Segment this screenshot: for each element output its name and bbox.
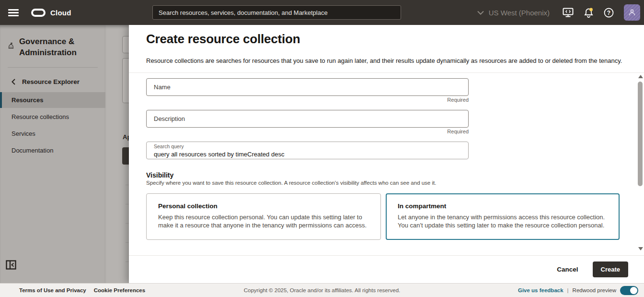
background-clipped-label: Ap <box>123 133 129 141</box>
background-dark-button <box>122 147 129 165</box>
background-row-divider <box>126 166 129 166</box>
region-selector[interactable]: US West (Phoenix) <box>477 9 550 17</box>
visibility-options: Personal collection Keep this resource c… <box>146 193 620 240</box>
topbar: Cloud US West (Phoenix) <box>0 0 644 25</box>
name-input[interactable] <box>146 78 469 96</box>
scroll-down-icon[interactable] <box>638 247 643 250</box>
search-query-field[interactable]: Search query <box>146 142 469 159</box>
name-required-note: Required <box>447 97 469 103</box>
background-row-divider <box>126 261 129 262</box>
redwood-preview-label: Redwood preview <box>573 287 616 293</box>
panel-header: Create resource collection Resource coll… <box>129 25 644 73</box>
visibility-heading: Visibility <box>146 171 173 179</box>
governance-icon <box>8 40 14 51</box>
oracle-cloud-logo[interactable]: Cloud <box>31 9 71 17</box>
create-button[interactable]: Create <box>593 261 628 277</box>
collapse-sidebar-icon[interactable] <box>6 260 16 272</box>
person-icon <box>628 9 636 16</box>
topbar-right-cluster: US West (Phoenix) ? <box>477 0 640 25</box>
footer-separator: | <box>567 287 569 293</box>
sidebar-section-header: Governance & Administration <box>0 25 105 59</box>
terms-link[interactable]: Terms of Use and Privacy <box>19 287 86 293</box>
visibility-option-title: Personal collection <box>158 202 369 210</box>
sidebar-section-title: Governance & Administration <box>19 36 99 59</box>
redwood-preview-toggle[interactable] <box>620 286 638 295</box>
scroll-up-icon[interactable] <box>638 75 643 78</box>
notification-badge <box>589 8 593 11</box>
visibility-subtext: Specify where you want to save this reso… <box>146 180 436 186</box>
form-scrollbar[interactable] <box>637 74 644 254</box>
visibility-option-in-compartment[interactable]: In compartment Let anyone in the tenancy… <box>386 193 620 240</box>
notifications-bell-icon[interactable] <box>584 8 594 18</box>
description-required-note: Required <box>447 129 469 134</box>
description-input[interactable] <box>146 110 469 128</box>
chevron-down-icon <box>477 11 484 15</box>
background-row-divider <box>126 204 129 204</box>
sidebar-item-services[interactable]: Services <box>0 126 105 142</box>
panel-title: Create resource collection <box>146 32 627 47</box>
background-row-divider <box>126 242 129 243</box>
brand-text: Cloud <box>50 9 71 17</box>
create-resource-collection-panel: Create resource collection Resource coll… <box>129 25 644 283</box>
sidebar-item-documentation[interactable]: Documentation <box>0 143 105 158</box>
sidebar-nav: Resources Resource collections Services … <box>0 92 105 158</box>
visibility-option-title: In compartment <box>398 202 608 210</box>
search-query-label: Search query <box>154 144 461 150</box>
give-feedback-link[interactable]: Give us feedback <box>518 287 564 293</box>
help-icon[interactable]: ? <box>604 8 614 18</box>
scrollbar-thumb[interactable] <box>638 82 643 186</box>
sidebar-back-resource-explorer[interactable]: Resource Explorer <box>0 68 105 91</box>
background-panel-box <box>122 58 129 103</box>
global-search-input[interactable] <box>152 5 401 20</box>
visibility-option-description: Let anyone in the tenancy with permissio… <box>398 213 608 229</box>
sidebar-parent-label: Resource Explorer <box>22 78 80 85</box>
toggle-knob <box>630 287 637 294</box>
background-search-box <box>122 36 129 53</box>
back-chevron-icon <box>12 79 15 85</box>
sidebar-item-resources[interactable]: Resources <box>0 92 105 108</box>
user-avatar[interactable] <box>624 4 640 21</box>
left-sidebar: Governance & Administration Resource Exp… <box>0 25 105 283</box>
footer-right-cluster: Give us feedback | Redwood preview <box>518 286 644 295</box>
panel-subtitle: Resource collections are searches for re… <box>146 57 627 64</box>
dimmed-background-page: Ap <box>105 25 129 283</box>
cloud-shell-icon[interactable] <box>563 8 574 17</box>
cancel-button[interactable]: Cancel <box>557 266 578 273</box>
region-label: US West (Phoenix) <box>489 9 550 17</box>
background-row-divider <box>126 223 129 224</box>
background-row-divider <box>126 185 129 185</box>
visibility-option-personal-collection[interactable]: Personal collection Keep this resource c… <box>146 193 381 240</box>
oracle-logo-icon <box>31 9 46 17</box>
svg-text:?: ? <box>607 10 610 16</box>
visibility-option-description: Keep this resource collection personal. … <box>158 213 369 229</box>
page-footer: Copyright © 2025, Oracle and/or its affi… <box>0 283 644 297</box>
search-query-input[interactable] <box>154 151 461 158</box>
panel-action-bar: Cancel Create <box>129 255 644 283</box>
cookie-preferences-link[interactable]: Cookie Preferences <box>94 287 145 293</box>
panel-form-body: Required Required Search query Visibilit… <box>129 73 644 255</box>
sidebar-item-resource-collections[interactable]: Resource collections <box>0 109 105 125</box>
hamburger-menu-icon[interactable] <box>8 9 19 16</box>
